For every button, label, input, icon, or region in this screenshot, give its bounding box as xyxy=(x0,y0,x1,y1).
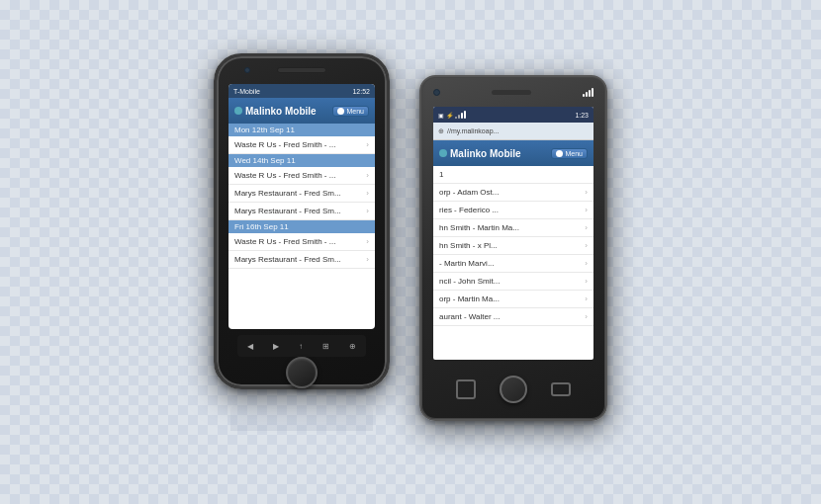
iphone-app-header: Malinko Mobile Menu xyxy=(228,98,375,124)
arrow-icon: › xyxy=(366,207,369,215)
list-item-text: hn Smith - Martin Ma... xyxy=(439,223,581,232)
iphone-date-2: Wed 14th Sep 11 xyxy=(228,154,375,167)
list-item[interactable]: hn Smith - x Pl... › xyxy=(433,237,593,255)
list-item-text: ries - Federico ... xyxy=(439,206,581,214)
iphone-menu-button[interactable]: Menu xyxy=(332,106,369,117)
android-status-bar: ▣ ⚡ 1:23 xyxy=(433,107,593,123)
list-item[interactable]: - Martin Marvi... › xyxy=(433,255,593,273)
arrow-icon: › xyxy=(585,277,588,286)
android-menu-btn[interactable] xyxy=(551,382,571,396)
arrow-icon: › xyxy=(366,237,369,246)
list-item[interactable]: Marys Restaurant - Fred Sm... › xyxy=(228,185,375,203)
iphone-camera xyxy=(244,67,250,73)
arrow-icon: › xyxy=(585,206,588,214)
list-item-text: Marys Restaurant - Fred Sm... xyxy=(234,207,362,215)
android-menu-button[interactable]: Menu xyxy=(551,148,588,159)
android-app-header: Malinko Mobile Menu xyxy=(433,140,593,166)
iphone-wrapper: T-Mobile 12:52 Malinko Mobile Menu xyxy=(214,53,390,431)
iphone-status-bar: T-Mobile 12:52 xyxy=(228,84,375,98)
iphone-top-bar xyxy=(217,56,387,84)
signal-icon xyxy=(583,88,593,97)
android-device: ▣ ⚡ 1:23 ⊕ //my.malinkoap... xyxy=(419,75,607,421)
list-item-text: Waste R Us - Fred Smith - ... xyxy=(234,140,362,149)
menu-icon xyxy=(337,108,344,115)
arrow-icon: › xyxy=(585,188,588,197)
list-item[interactable]: 1 xyxy=(433,166,593,184)
list-item-text: Marys Restaurant - Fred Sm... xyxy=(234,189,362,198)
list-item-text: orp - Martin Ma... xyxy=(439,294,581,303)
list-item[interactable]: Waste R Us - Fred Smith - ... › xyxy=(228,233,375,251)
android-speaker xyxy=(492,90,531,95)
arrow-icon: › xyxy=(585,241,588,250)
iphone-device: T-Mobile 12:52 Malinko Mobile Menu xyxy=(214,53,390,389)
iphone-speaker xyxy=(277,67,326,73)
android-url-bar[interactable]: ⊕ //my.malinkoap... xyxy=(433,123,593,140)
list-item[interactable]: Waste R Us - Fred Smith - ... › xyxy=(228,136,375,154)
arrow-icon: › xyxy=(366,255,369,264)
iphone-home-button[interactable] xyxy=(286,357,318,388)
list-item[interactable]: aurant - Walter ... › xyxy=(433,308,593,326)
android-wrapper: ▣ ⚡ 1:23 ⊕ //my.malinkoap... xyxy=(419,75,607,421)
list-item-text: Waste R Us - Fred Smith - ... xyxy=(234,237,362,246)
list-item[interactable]: Waste R Us - Fred Smith - ... › xyxy=(228,167,375,185)
list-item[interactable]: Marys Restaurant - Fred Sm... › xyxy=(228,251,375,269)
android-time: 1:23 xyxy=(575,112,589,119)
android-screen: ▣ ⚡ 1:23 ⊕ //my.malinkoap... xyxy=(433,107,593,360)
list-item[interactable]: hn Smith - Martin Ma... › xyxy=(433,219,593,237)
share-button[interactable]: ↑ xyxy=(299,342,303,351)
arrow-icon: › xyxy=(585,259,588,268)
android-top-bar xyxy=(421,77,605,107)
list-item-text: hn Smith - x Pl... xyxy=(439,241,581,250)
list-item[interactable]: orp - Adam Ost... › xyxy=(433,184,593,202)
android-signal-icon xyxy=(455,111,466,119)
forward-button[interactable]: ▶ xyxy=(273,342,279,351)
android-url: //my.malinkoap... xyxy=(447,127,499,134)
list-item[interactable]: orp - Martin Ma... › xyxy=(433,291,593,308)
list-item-text: Marys Restaurant - Fred Sm... xyxy=(234,255,362,264)
android-camera xyxy=(433,89,440,96)
back-button[interactable]: ◀ xyxy=(247,342,253,351)
android-back-button[interactable] xyxy=(456,379,476,399)
iphone-bottom: ◀ ▶ ↑ ⊞ ⊕ xyxy=(217,329,387,398)
iphone-app-title: Malinko Mobile xyxy=(245,106,317,117)
arrow-icon: › xyxy=(366,171,369,180)
iphone-screen: T-Mobile 12:52 Malinko Mobile Menu xyxy=(228,84,375,329)
android-list: 1 orp - Adam Ost... › ries - Federico ..… xyxy=(433,166,593,326)
list-item-text: 1 xyxy=(439,170,588,179)
iphone-reflection xyxy=(230,391,373,431)
list-item-text: aurant - Walter ... xyxy=(439,312,581,321)
bookmark-icon: ⊕ xyxy=(438,127,444,135)
list-item-text: orp - Adam Ost... xyxy=(439,188,581,197)
tabs-button[interactable]: ⊕ xyxy=(349,342,356,351)
list-item-text: - Martin Marvi... xyxy=(439,259,581,268)
iphone-list: Mon 12th Sep 11 Waste R Us - Fred Smith … xyxy=(228,124,375,269)
list-item[interactable]: Marys Restaurant - Fred Sm... › xyxy=(228,203,375,220)
arrow-icon: › xyxy=(585,223,588,232)
list-item-text: ncil - John Smit... xyxy=(439,277,581,286)
iphone-time: 12:52 xyxy=(352,88,370,95)
android-bottom-bar xyxy=(456,360,571,419)
arrow-icon: › xyxy=(585,294,588,303)
arrow-icon: › xyxy=(366,189,369,198)
android-home-button[interactable] xyxy=(500,376,527,403)
list-item[interactable]: ncil - John Smit... › xyxy=(433,273,593,291)
arrow-icon: › xyxy=(366,140,369,149)
list-item[interactable]: ries - Federico ... › xyxy=(433,202,593,219)
iphone-carrier: T-Mobile xyxy=(233,88,260,95)
iphone-date-3: Fri 16th Sep 11 xyxy=(228,220,375,233)
scene: T-Mobile 12:52 Malinko Mobile Menu xyxy=(214,53,607,431)
android-app-title: Malinko Mobile xyxy=(450,148,521,159)
menu-icon xyxy=(556,150,563,157)
bookmarks-button[interactable]: ⊞ xyxy=(322,342,329,351)
iphone-date-1: Mon 12th Sep 11 xyxy=(228,124,375,136)
iphone-nav-bar: ◀ ▶ ↑ ⊞ ⊕ xyxy=(237,335,366,357)
list-item-text: Waste R Us - Fred Smith - ... xyxy=(234,171,362,180)
arrow-icon: › xyxy=(585,312,588,321)
